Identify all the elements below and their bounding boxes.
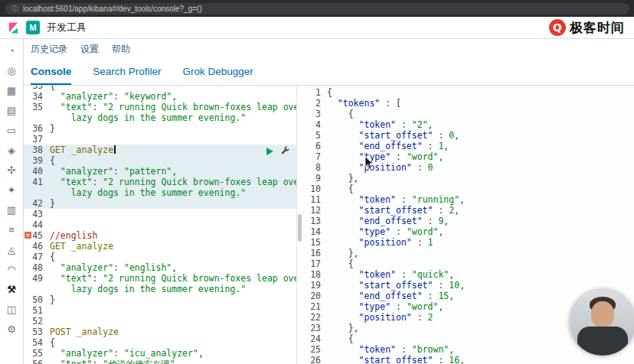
editor-code-line[interactable]: 38GET _analyze — [24, 145, 296, 155]
line-number: 40 — [24, 166, 50, 177]
scrollbar-thumb[interactable] — [298, 214, 302, 242]
editor-code-line[interactable]: ✕45//english — [24, 230, 296, 241]
line-number: 34 — [24, 91, 50, 102]
editor-code-line[interactable]: 43 — [24, 209, 296, 219]
line-number: 33 — [24, 86, 50, 91]
space-avatar[interactable]: M — [26, 21, 40, 34]
line-number: 55 — [24, 348, 50, 359]
tab-console[interactable]: Console — [31, 59, 71, 85]
editor-code-line[interactable]: 35 "text": "2 running Quick brown-foxes … — [24, 102, 296, 112]
line-number: 24 — [303, 333, 327, 344]
line-number: 12 — [303, 205, 327, 216]
menu-item-1[interactable]: 设置 — [80, 43, 99, 56]
visualize-icon[interactable]: ▦ — [7, 84, 16, 97]
editor-code-line[interactable]: 55 "analyzer": "icu_analyzer", — [24, 348, 296, 359]
response-code-line: 15 "position" : 1 — [303, 237, 634, 248]
url-bar[interactable]: ⓘ localhost:5601/app/kibana#/dev_tools/c… — [5, 3, 629, 15]
dashboard-icon[interactable]: ▤ — [7, 104, 16, 117]
dev-tools-icon[interactable]: ⚒ — [7, 283, 16, 296]
maps-icon[interactable]: ◈ — [8, 144, 15, 157]
line-number: 48 — [24, 262, 50, 273]
body: ◔◎▦▤▭◈✣✦▥≡◬◠⚒◫⚙ 历史记录设置帮助 ConsoleSearch P… — [0, 39, 634, 364]
line-number: 42 — [24, 198, 50, 209]
line-number: 21 — [303, 301, 327, 312]
recently-viewed-icon[interactable]: ◔ — [8, 44, 15, 57]
metrics-icon[interactable]: ▥ — [7, 203, 16, 216]
management-icon[interactable]: ⚙ — [7, 323, 16, 336]
response-code-line: 13 "end_offset" : 9, — [303, 216, 634, 226]
stack-monitoring-icon[interactable]: ◫ — [7, 303, 16, 316]
line-number: 52 — [24, 316, 50, 327]
line-number: 18 — [303, 269, 327, 280]
editor-code-line[interactable]: 36} — [24, 123, 296, 134]
editor-code-line[interactable]: 39{ — [24, 155, 296, 166]
graph-icon[interactable]: ✦ — [8, 184, 16, 197]
line-number: 37 — [24, 134, 50, 145]
editor-code-line[interactable]: 48 "analyzer": "english", — [24, 262, 296, 273]
editor-code-line[interactable]: 52 — [24, 316, 296, 327]
line-number: 53 — [24, 327, 50, 337]
editor-code-line[interactable]: 40 "analyzer": "pattern", — [24, 166, 296, 177]
response-code-line: 4 "token" : "2", — [303, 119, 634, 130]
editor-code-line[interactable]: 54{ — [24, 337, 296, 348]
editor-code-line[interactable]: 47{ — [24, 252, 296, 262]
line-number: 54 — [24, 337, 50, 348]
editor-code-line[interactable]: 51 — [24, 305, 296, 316]
url-text: localhost:5601/app/kibana#/dev_tools/con… — [23, 5, 202, 13]
editor-code-line[interactable]: 56 "text": "他说的确实在理" — [24, 359, 296, 364]
line-number: 22 — [303, 312, 327, 323]
uptime-icon[interactable]: ◠ — [7, 263, 15, 276]
apm-icon[interactable]: ◬ — [8, 243, 15, 256]
line-number: 44 — [24, 219, 50, 230]
editor-code-line[interactable]: 42} — [24, 198, 296, 209]
editor-code-line[interactable]: lazy dogs in the summer evening." — [24, 112, 296, 123]
canvas-icon[interactable]: ▭ — [7, 124, 16, 137]
response-code-line: 9 }, — [303, 173, 634, 184]
line-number: 11 — [303, 194, 327, 205]
line-number: 51 — [24, 305, 50, 316]
line-number: 39 — [24, 155, 50, 166]
editor-code-line[interactable]: 49 "text": "2 running Quick brown-foxes … — [24, 273, 296, 284]
line-number: 2 — [303, 98, 327, 109]
line-number: 20 — [303, 291, 327, 301]
error-marker-icon: ✕ — [25, 232, 31, 239]
line-number: 46 — [24, 241, 50, 252]
webcam-overlay — [570, 290, 634, 356]
machine-learning-icon[interactable]: ✣ — [8, 164, 16, 177]
editor-code-line[interactable]: 34 "analyzer": "keyword", — [24, 91, 296, 102]
tab-grok-debugger[interactable]: Grok Debugger — [183, 59, 253, 85]
request-editor[interactable]: 33{34 "analyzer": "keyword",35 "text": "… — [24, 86, 297, 364]
response-code-line: 19 "start_offset" : 10, — [303, 280, 634, 291]
editor-code-line[interactable]: 33{ — [24, 86, 296, 91]
editor-code-line[interactable]: 46GET _analyze — [24, 241, 296, 252]
app-sidebar: ◔◎▦▤▭◈✣✦▥≡◬◠⚒◫⚙ — [0, 39, 24, 364]
logs-icon[interactable]: ≡ — [8, 223, 15, 236]
editor-code-line[interactable]: lazy dogs in the summer evening." — [24, 187, 296, 198]
site-info-icon[interactable]: ⓘ — [11, 3, 18, 15]
editor-code-line[interactable]: 37 — [24, 134, 296, 145]
console-menu: 历史记录设置帮助 — [24, 39, 634, 59]
editor-code-line[interactable]: 41 "text": "2 running Quick brown-foxes … — [24, 177, 296, 187]
kibana-header: M 开发工具 Q 极客时间 — [0, 17, 634, 39]
send-request-button[interactable] — [266, 148, 273, 155]
dev-tools-main: 历史记录设置帮助 ConsoleSearch ProfilerGrok Debu… — [24, 39, 634, 364]
line-number: 26 — [303, 355, 327, 364]
response-code-line: 6 "end_offset" : 1, — [303, 141, 634, 151]
tab-search-profiler[interactable]: Search Profiler — [93, 59, 161, 85]
response-code-line: 11 "token" : "running", — [303, 194, 634, 205]
line-number: 17 — [303, 258, 327, 269]
browser-chrome: ⓘ localhost:5601/app/kibana#/dev_tools/c… — [0, 0, 634, 17]
response-code-line: 1{ — [303, 87, 634, 98]
editor-code-line[interactable]: lazy dogs in the summer evening." — [24, 284, 296, 294]
kibana-logo-icon[interactable] — [8, 22, 19, 34]
editor-code-line[interactable]: 50} — [24, 294, 296, 305]
menu-item-2[interactable]: 帮助 — [112, 43, 130, 56]
response-code-line: 17 { — [303, 258, 634, 269]
line-number: 35 — [24, 102, 50, 112]
editor-code-line[interactable]: 53POST _analyze — [24, 327, 296, 337]
editor-code-line[interactable]: 44 — [24, 219, 296, 230]
panel-divider[interactable] — [297, 86, 303, 364]
line-number: 50 — [24, 294, 50, 305]
menu-item-0[interactable]: 历史记录 — [31, 43, 67, 56]
discover-icon[interactable]: ◎ — [7, 64, 15, 77]
